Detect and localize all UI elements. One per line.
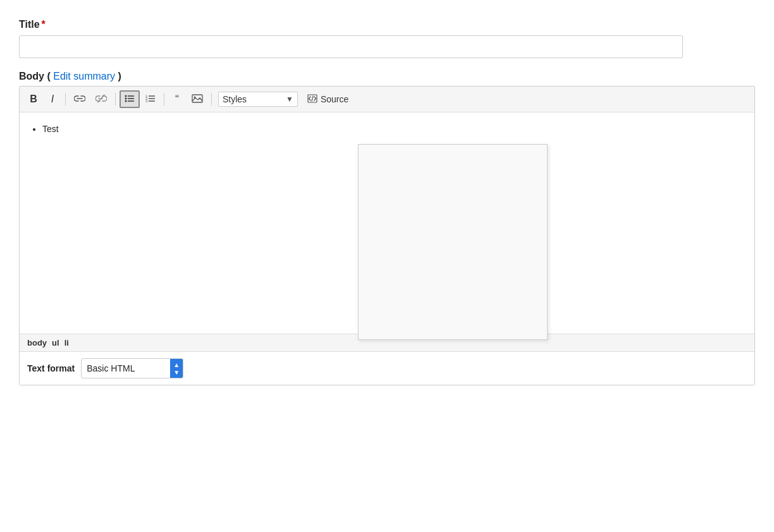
separator-2 xyxy=(115,93,116,106)
required-star: * xyxy=(42,19,46,30)
bold-label: B xyxy=(30,94,37,105)
blockquote-icon: “ xyxy=(175,94,179,105)
unlink-icon xyxy=(95,94,107,105)
svg-text:3.: 3. xyxy=(145,99,148,103)
svg-point-3 xyxy=(125,95,127,97)
title-input[interactable] xyxy=(19,35,683,58)
edit-summary-link[interactable]: Edit summary xyxy=(53,71,115,82)
image-icon xyxy=(192,94,203,105)
separator-1 xyxy=(65,93,66,106)
text-format-select[interactable]: Basic HTML Full HTML Plain text Restrict… xyxy=(82,361,170,376)
styles-select[interactable]: Styles xyxy=(219,92,282,106)
text-format-select-wrapper: Basic HTML Full HTML Plain text Restrict… xyxy=(81,358,183,378)
unlink-button[interactable] xyxy=(91,90,111,108)
source-label: Source xyxy=(321,94,348,104)
link-button[interactable] xyxy=(70,90,90,108)
bold-button[interactable]: B xyxy=(25,90,42,108)
text-format-label: Text format xyxy=(27,363,75,373)
statusbar-tag-body[interactable]: body xyxy=(27,338,47,348)
svg-line-18 xyxy=(312,96,313,101)
source-code-icon xyxy=(307,94,317,105)
text-format-bar: Text format Basic HTML Full HTML Plain t… xyxy=(20,351,754,385)
svg-point-7 xyxy=(125,100,127,102)
blockquote-button[interactable]: “ xyxy=(168,90,186,108)
statusbar-tag-li[interactable]: li xyxy=(64,338,69,348)
source-button[interactable]: Source xyxy=(302,90,354,108)
ordered-list-button[interactable]: 1. 2. 3. xyxy=(141,90,160,108)
text-format-arrows[interactable]: ▲ ▼ xyxy=(170,359,183,378)
body-text: Body xyxy=(19,71,44,82)
separator-3 xyxy=(164,93,164,106)
toolbar: B I xyxy=(20,87,754,112)
italic-button[interactable]: I xyxy=(44,90,61,108)
editor-wrapper: B I xyxy=(19,86,755,385)
styles-arrow-icon: ▼ xyxy=(282,95,297,104)
editor-content-area: Test xyxy=(20,112,754,334)
statusbar-tag-ul[interactable]: ul xyxy=(52,338,59,348)
title-text: Title xyxy=(19,19,40,30)
separator-4 xyxy=(211,93,212,106)
styles-dropdown-panel xyxy=(358,144,548,340)
unordered-list-icon xyxy=(125,94,135,105)
unordered-list-button[interactable] xyxy=(120,90,140,108)
title-label: Title* xyxy=(19,19,755,30)
link-icon xyxy=(74,94,85,105)
svg-point-5 xyxy=(125,97,127,99)
image-button[interactable] xyxy=(187,90,207,108)
italic-label: I xyxy=(51,94,54,105)
arrow-down-icon: ▼ xyxy=(173,369,180,376)
styles-dropdown[interactable]: Styles ▼ xyxy=(218,92,298,107)
body-label: Body ( Edit summary ) xyxy=(19,71,755,82)
arrow-up-icon: ▲ xyxy=(173,361,180,368)
page-wrapper: Title* Body ( Edit summary ) B I xyxy=(0,0,774,398)
ordered-list-icon: 1. 2. 3. xyxy=(145,94,156,105)
